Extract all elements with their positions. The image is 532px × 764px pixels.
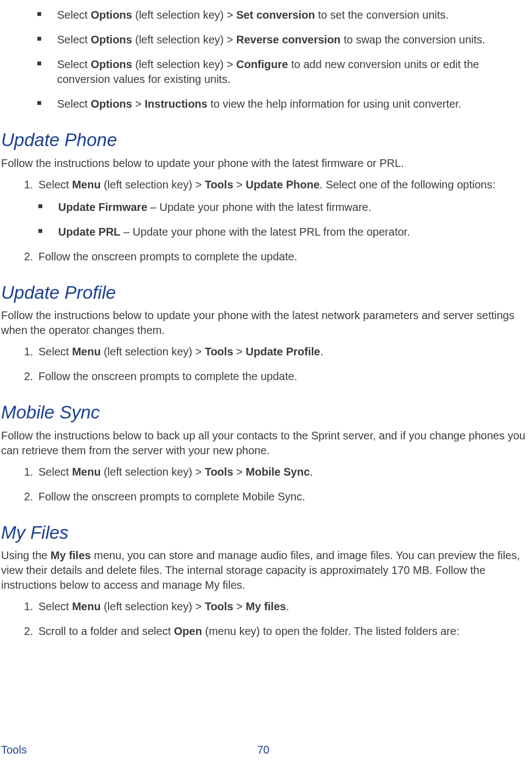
unit-converter-options-list: Select Options (left selection key) > Se… [37,8,525,111]
text-run: Follow the onscreen prompts to complete … [38,250,297,263]
text-run: Select [57,98,91,110]
text-run: (left selection key) > [132,58,237,70]
text-run: > [233,345,246,358]
intro-mobile-sync: Follow the instructions below to back up… [1,428,525,458]
bold-text: My files [246,600,286,612]
bold-text: Menu [72,600,100,612]
list-item: Select Options (left selection key) > Co… [37,57,525,87]
text-run: (left selection key) > [132,34,237,46]
list-item: Follow the onscreen prompts to complete … [36,489,525,504]
heading-mobile-sync: Mobile Sync [1,400,525,425]
text-run: Select [38,600,72,612]
list-item: Scroll to a folder and select Open (menu… [36,624,525,639]
document-page: Select Options (left selection key) > Se… [0,8,532,639]
text-run: to view the help information for using u… [208,98,461,110]
bold-text: Menu [72,345,100,358]
list-item: Follow the onscreen prompts to complete … [36,369,525,384]
my-files-steps: Select Menu (left selection key) > Tools… [21,599,525,639]
update-phone-sub-options: Update Firmware – Update your phone with… [38,200,525,239]
list-item: Follow the onscreen prompts to complete … [36,249,525,264]
bold-text: Instructions [145,98,208,110]
list-item: Select Menu (left selection key) > Tools… [36,465,525,479]
text-run: Scroll to a folder and select [38,625,174,637]
bold-text: Menu [72,179,100,191]
list-item: Select Menu (left selection key) > Tools… [36,177,525,239]
bold-text: Set conversion [236,9,315,21]
heading-update-phone: Update Phone [1,128,525,153]
bold-text: Menu [72,466,100,478]
update-profile-steps: Select Menu (left selection key) > Tools… [21,344,525,384]
bold-text: Options [91,98,132,110]
text-run: (left selection key) > [100,466,205,478]
bold-text: Tools [205,345,233,358]
text-run: Select [38,179,72,191]
mobile-sync-steps: Select Menu (left selection key) > Tools… [21,465,525,504]
footer-page-number: 70 [257,743,269,757]
bold-text: Tools [205,600,233,612]
bold-text: Update Profile [246,345,321,358]
list-item: Select Options (left selection key) > Re… [37,32,525,47]
list-item: Update PRL – Update your phone with the … [38,225,525,239]
page-footer: Tools 70 [1,743,525,757]
text-run: Follow the onscreen prompts to complete … [38,370,297,382]
text-run: (left selection key) > [100,179,205,191]
text-run: to swap the conversion units. [340,34,485,46]
bold-text: Update PRL [58,226,120,238]
text-run: . [310,466,313,478]
list-item: Select Menu (left selection key) > Tools… [36,344,525,359]
text-run: Select [38,345,72,358]
text-run: Select [38,466,72,478]
bold-text: Mobile Sync [246,466,310,478]
bold-text: Update Firmware [58,201,147,213]
intro-update-phone: Follow the instructions below to update … [1,156,525,171]
text-run: > [233,600,246,612]
bold-text: Update Phone [246,179,320,191]
text-run: – Update your phone with the latest firm… [147,201,371,213]
bold-text: Configure [236,58,288,70]
bold-text: Tools [205,179,233,191]
bold-text: Open [174,625,202,637]
bold-text: Tools [205,466,233,478]
text-run: Select [57,58,91,70]
text-run: . Select one of the following options: [320,179,495,191]
text-run: Select [57,34,91,46]
list-item: Select Menu (left selection key) > Tools… [36,599,525,614]
text-run: (left selection key) > [100,600,205,612]
text-run: – Update your phone with the latest PRL … [120,226,410,238]
bold-text: Options [91,58,132,70]
intro-my-files: Using the My files menu, you can store a… [1,548,525,593]
bold-text: Options [91,34,132,46]
text-run: > [132,98,145,110]
text-run: . [320,345,323,358]
heading-my-files: My Files [1,521,525,545]
text-run: Select [57,9,91,21]
footer-section-name: Tools [1,743,27,757]
heading-update-profile: Update Profile [1,281,525,305]
update-phone-steps: Select Menu (left selection key) > Tools… [21,177,525,264]
intro-update-profile: Follow the instructions below to update … [1,308,525,338]
text-run: to set the conversion units. [315,9,449,21]
text-run: Using the [1,549,51,561]
list-item: Update Firmware – Update your phone with… [38,200,525,215]
text-run: (left selection key) > [100,345,205,358]
list-item: Select Options (left selection key) > Se… [37,8,525,23]
text-run: Follow the onscreen prompts to complete … [38,490,305,503]
list-item: Select Options > Instructions to view th… [37,97,525,111]
bold-text: My files [51,549,91,561]
bold-text: Reverse conversion [236,34,340,46]
text-run: (menu key) to open the folder. The liste… [202,625,460,637]
text-run: . [286,600,289,612]
text-run: > [233,466,246,478]
bold-text: Options [91,9,132,21]
text-run: > [233,179,246,191]
text-run: (left selection key) > [132,9,237,21]
